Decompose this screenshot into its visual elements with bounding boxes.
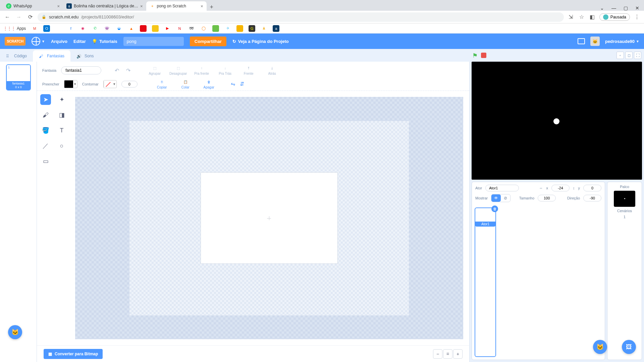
close-icon[interactable]: ×: [57, 4, 60, 9]
apps-shortcut[interactable]: ⋮⋮⋮Apps: [3, 25, 26, 32]
reshape-tool[interactable]: ✦: [56, 94, 67, 105]
backward-button[interactable]: ↓Pra Trás: [217, 65, 233, 75]
menu-edit[interactable]: Editar: [73, 39, 86, 44]
zoom-in-button[interactable]: +: [453, 349, 463, 359]
select-tool[interactable]: ➤: [40, 94, 51, 105]
stage[interactable]: [472, 62, 642, 180]
bookmark-star-icon[interactable]: ☆: [578, 13, 585, 21]
outline-width-input[interactable]: [121, 81, 138, 87]
facebook-icon[interactable]: f: [67, 25, 74, 32]
whatsapp-bm-icon[interactable]: ✆: [92, 25, 98, 32]
disney-icon[interactable]: ➿: [188, 25, 195, 32]
bookmark-icon[interactable]: ▲: [128, 25, 135, 32]
language-button[interactable]: ▼: [32, 37, 45, 46]
close-icon[interactable]: ×: [201, 4, 203, 9]
fill-color-picker[interactable]: ▼: [64, 80, 77, 88]
folder-icon[interactable]: [578, 38, 585, 44]
sprite-item[interactable]: 🗑 Ator1: [475, 207, 496, 357]
group-button[interactable]: ⬚Agrupar: [146, 65, 163, 75]
new-tab-button[interactable]: +: [207, 4, 217, 11]
messenger-icon[interactable]: ◒: [116, 25, 122, 32]
show-icon[interactable]: 👁: [491, 194, 501, 202]
youtube-icon[interactable]: ▶: [164, 25, 171, 32]
bookmark-icon[interactable]: ✈: [224, 25, 231, 32]
gmail-icon[interactable]: M: [31, 25, 38, 32]
copy-button[interactable]: ⎘Copiar: [154, 79, 170, 89]
project-title-input[interactable]: [123, 37, 184, 46]
sprite-y-input[interactable]: [583, 185, 601, 191]
delete-sprite-icon[interactable]: 🗑: [491, 205, 498, 212]
bookmark-icon[interactable]: [140, 25, 147, 32]
apple-icon[interactable]: [55, 25, 62, 32]
scratch-logo[interactable]: SCRATCH: [5, 37, 25, 46]
ungroup-button[interactable]: ⬚Desagrupar: [170, 65, 186, 75]
kebab-menu-icon[interactable]: ⋮: [633, 13, 641, 21]
reload-button[interactable]: ⟳: [26, 14, 34, 20]
bookmark-icon[interactable]: [152, 25, 159, 32]
delete-button[interactable]: 🗑Apagar: [201, 79, 217, 89]
minimize-icon[interactable]: —: [611, 5, 616, 11]
back-button[interactable]: ⤓Atrás: [264, 65, 280, 75]
tab-costumes[interactable]: 🖌Fantasias: [33, 50, 70, 62]
stage-thumbnail[interactable]: [614, 191, 635, 207]
bookmark-icon[interactable]: ♟: [261, 25, 267, 32]
paste-button[interactable]: 📋Colar: [177, 79, 194, 89]
fullscreen-button[interactable]: ⛶: [634, 52, 641, 59]
sprite-x-input[interactable]: [551, 185, 570, 191]
front-button[interactable]: ⤒Frente: [240, 65, 257, 75]
costume-thumb[interactable]: 1 fantasia10 x 0: [6, 64, 31, 90]
bookmark-icon[interactable]: [236, 25, 243, 32]
flip-horizontal-icon[interactable]: ⇋: [231, 81, 235, 87]
username[interactable]: pedrosaude90▼: [605, 39, 639, 44]
scrollbar[interactable]: [34, 63, 36, 361]
side-panel-icon[interactable]: ◧: [589, 13, 596, 21]
sprite-direction-input[interactable]: [583, 195, 601, 201]
stop-icon[interactable]: [481, 53, 486, 58]
instagram-icon[interactable]: ◉: [79, 25, 86, 32]
brush-tool[interactable]: 🖌: [40, 110, 51, 120]
netflix-icon[interactable]: N: [176, 25, 183, 32]
visibility-toggle[interactable]: 👁 ⊘: [491, 194, 511, 202]
convert-bitmap-button[interactable]: ▦Converter para Bitmap: [44, 349, 103, 359]
close-window-icon[interactable]: ✕: [635, 5, 639, 11]
maximize-icon[interactable]: ▢: [624, 5, 628, 11]
hide-icon[interactable]: ⊘: [501, 194, 510, 202]
menu-tutorials[interactable]: 💡Tutoriais: [92, 39, 117, 44]
redo-button[interactable]: ↷: [126, 67, 133, 73]
circle-tool[interactable]: ○: [56, 140, 67, 151]
add-costume-fab[interactable]: 🐱: [8, 325, 22, 339]
flip-vertical-icon[interactable]: ⇵: [240, 81, 244, 87]
profile-chip[interactable]: Pausada: [599, 13, 630, 21]
sprite-size-input[interactable]: [538, 195, 556, 201]
sprite-name-input[interactable]: [485, 185, 519, 191]
browser-tab[interactable]: ✆ WhatsApp ×: [3, 1, 63, 11]
tab-code[interactable]: ⠿Código: [0, 50, 33, 62]
url-field[interactable]: 🔒 scratch.mit.edu/projects/811008603/edi…: [38, 12, 564, 22]
line-tool[interactable]: ／: [40, 140, 51, 151]
outline-color-picker[interactable]: ▼: [103, 80, 117, 88]
add-sprite-fab[interactable]: 🐱: [593, 340, 607, 354]
reddit-icon[interactable]: 👾: [104, 25, 110, 32]
tab-sounds[interactable]: 🔊Sons: [70, 50, 100, 62]
browser-tab[interactable]: a Bolinha não centraliza | Lógica de… ×: [63, 1, 146, 11]
stage-small-button[interactable]: ▫: [616, 52, 624, 59]
close-icon[interactable]: ×: [140, 4, 143, 9]
costume-name-input[interactable]: [61, 66, 101, 74]
forward-button[interactable]: →: [15, 14, 23, 20]
bookmark-icon[interactable]: [212, 25, 219, 32]
add-backdrop-fab[interactable]: 🖼: [622, 340, 636, 354]
install-icon[interactable]: ⇲: [567, 13, 575, 21]
text-tool[interactable]: T: [56, 125, 67, 136]
avatar[interactable]: 🐱: [590, 37, 600, 46]
forward-button[interactable]: ↑Pra frente: [193, 65, 210, 75]
green-flag-icon[interactable]: ⚑: [472, 52, 479, 59]
zoom-out-button[interactable]: −: [433, 349, 442, 359]
fill-tool[interactable]: 🪣: [40, 125, 51, 136]
stage-large-button[interactable]: ◻: [625, 52, 633, 59]
stage-selector[interactable]: Palco Cenários 1: [607, 182, 642, 360]
back-button[interactable]: ←: [3, 14, 11, 20]
bookmark-icon[interactable]: G: [249, 25, 255, 32]
rectangle-tool[interactable]: ▭: [40, 156, 51, 167]
eraser-tool[interactable]: ◨: [56, 110, 67, 120]
alura-bm-icon[interactable]: a: [273, 25, 279, 32]
